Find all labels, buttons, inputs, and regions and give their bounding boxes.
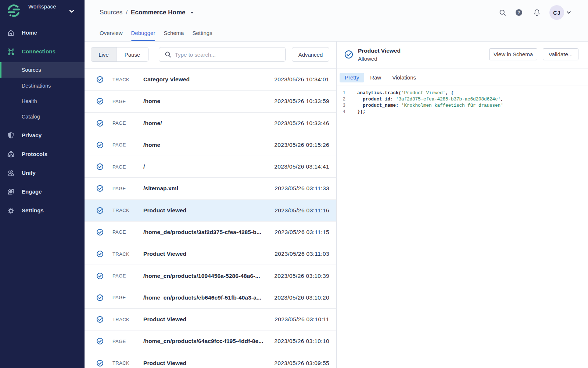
event-row[interactable]: TRACKCategory Viewed2023/05/26 10:34:01: [85, 69, 336, 91]
workspace-chevron-down-icon[interactable]: [69, 9, 74, 14]
event-timestamp: 2023/05/26 03:09:55: [274, 360, 329, 367]
event-row[interactable]: TRACKProduct Viewed2023/05/26 03:09:55: [85, 352, 336, 368]
code-line-text: product_name: 'Krokholmen kaffeetisch fü…: [357, 103, 503, 109]
tab-settings[interactable]: Settings: [192, 30, 212, 41]
privacy-icon: [7, 132, 14, 139]
notifications-bell-icon[interactable]: [533, 9, 541, 17]
event-allowed-check-icon: [97, 207, 103, 214]
tab-violations[interactable]: Violations: [387, 73, 421, 82]
event-row[interactable]: PAGE/home_cn/products/eb646c9f-51fb-40a3…: [85, 287, 336, 309]
event-row[interactable]: TRACKProduct Viewed2023/05/26 03:11:03: [85, 243, 336, 265]
event-type: PAGE: [112, 164, 126, 170]
sidebar-item-health[interactable]: Health: [0, 93, 85, 109]
event-type: PAGE: [112, 120, 126, 126]
sidebar-item-protocols[interactable]: Protocols: [0, 145, 85, 163]
event-name: Product Viewed: [143, 207, 281, 214]
event-allowed-check-icon: [97, 120, 103, 127]
svg-text:?: ?: [517, 10, 520, 15]
event-row[interactable]: PAGE/2023/05/26 03:14:41: [85, 156, 336, 178]
sidebar-item-connections[interactable]: Connections: [0, 42, 85, 61]
header-actions: ? CJ: [499, 0, 588, 25]
event-status: Allowed: [358, 56, 377, 62]
tab-overview[interactable]: Overview: [100, 30, 123, 41]
event-row[interactable]: PAGE/sitemap.xml2023/05/26 03:11:33: [85, 178, 336, 199]
pause-button[interactable]: Pause: [116, 47, 148, 61]
view-in-schema-button[interactable]: View in Schema: [489, 48, 537, 60]
sidebar-subitem-label: Catalog: [22, 114, 40, 120]
event-allowed-check-icon: [97, 98, 103, 105]
sidebar-item-label: Engage: [22, 188, 42, 195]
sidebar-item-home[interactable]: Home: [0, 23, 85, 42]
event-allowed-check-icon: [97, 142, 103, 148]
tab-debugger[interactable]: Debugger: [131, 30, 155, 41]
event-allowed-check-icon: [97, 294, 103, 301]
protocols-icon: [7, 151, 14, 158]
code-line: 2 product_id: '3af2d375-cfea-4285-b37b-a…: [337, 96, 588, 103]
sidebar-subitem-label: Destinations: [22, 83, 51, 89]
event-allowed-check-icon: [97, 163, 103, 170]
code-line-text: analytics.track('Product Viewed', {: [357, 90, 454, 96]
event-timestamp: 2023/05/26 03:11:33: [275, 185, 329, 192]
sidebar-item-engage[interactable]: Engage: [0, 182, 85, 201]
code-line-text: product_id: '3af2d375-cfea-4285-b37b-ac6…: [357, 96, 503, 103]
code-line-number: 3: [337, 103, 345, 109]
event-row[interactable]: PAGE/home_de/products/3af2d375-cfea-4285…: [85, 222, 336, 243]
sidebar-item-destinations[interactable]: Destinations: [0, 78, 85, 93]
event-allowed-check-icon: [97, 273, 103, 279]
event-search: [159, 47, 286, 62]
event-detail-header: Product Viewed Allowed View in Schema Va…: [337, 42, 588, 68]
detail-tabs: Pretty Raw Violations: [337, 68, 588, 85]
event-detail-panel: Product Viewed Allowed View in Schema Va…: [337, 42, 588, 368]
help-icon[interactable]: ?: [515, 9, 523, 16]
event-type: PAGE: [112, 295, 126, 300]
sidebar-item-privacy[interactable]: Privacy: [0, 126, 85, 145]
sidebar-item-unify[interactable]: Unify: [0, 163, 85, 182]
allowed-check-icon: [344, 50, 353, 59]
code-line-number: 2: [337, 96, 345, 103]
live-pause-toggle: Live Pause: [91, 47, 148, 62]
event-timestamp: 2023/05/26 09:15:26: [274, 142, 329, 148]
event-name: /home: [143, 98, 281, 105]
sidebar-item-label: Connections: [22, 48, 55, 54]
workspace-label: Workspace: [28, 3, 56, 10]
sidebar-subitem-label: Health: [22, 98, 37, 104]
sidebar-item-settings[interactable]: Settings: [0, 201, 85, 220]
breadcrumb-sources-link[interactable]: Sources: [100, 9, 122, 16]
event-row[interactable]: PAGE/home_cn/products/1094456a-5286-48a6…: [85, 265, 336, 287]
segment-logo-icon: [7, 4, 21, 17]
advanced-button[interactable]: Advanced: [292, 47, 329, 62]
event-name: /home/: [143, 120, 281, 127]
event-name: /home: [143, 142, 281, 148]
event-row[interactable]: TRACKProduct Viewed2023/05/26 03:10:11: [85, 309, 336, 330]
tab-raw[interactable]: Raw: [365, 73, 386, 82]
workspace-switcher[interactable]: Workspace: [0, 0, 85, 23]
code-viewer: 1analytics.track('Product Viewed', {2 pr…: [337, 85, 588, 368]
search-icon[interactable]: [499, 9, 506, 16]
event-row[interactable]: PAGE/home2023/05/26 10:33:59: [85, 91, 336, 112]
avatar[interactable]: CJ: [549, 5, 564, 20]
live-button[interactable]: Live: [91, 47, 116, 61]
search-input-icon: [165, 51, 171, 58]
breadcrumb-caret-icon[interactable]: [190, 12, 194, 14]
breadcrumb-separator: /: [126, 9, 128, 16]
breadcrumb-current: Ecommerce Home: [131, 9, 185, 16]
event-row[interactable]: PAGE/home2023/05/26 09:15:26: [85, 134, 336, 156]
event-name: Product Viewed: [143, 360, 281, 367]
search-input[interactable]: [175, 52, 285, 58]
event-timestamp: 2023/05/26 10:34:01: [274, 76, 329, 83]
event-row[interactable]: TRACKProduct Viewed2023/05/26 03:11:16: [85, 200, 336, 222]
sidebar-item-catalog[interactable]: Catalog: [0, 109, 85, 124]
event-row[interactable]: PAGE/home/2023/05/26 10:33:46: [85, 113, 336, 134]
tab-pretty[interactable]: Pretty: [340, 73, 364, 82]
event-timestamp: 2023/05/26 03:10:20: [274, 294, 329, 301]
event-name: Product Viewed: [143, 316, 281, 323]
code-line: 4});: [337, 109, 588, 115]
event-type: TRACK: [112, 208, 129, 213]
event-row[interactable]: PAGE/home_cn/products/64ac9fcc-f195-4ddf…: [85, 330, 336, 352]
connections-icon: [7, 48, 14, 55]
code-line-number: 1: [337, 90, 345, 96]
validate-button[interactable]: Validate...: [543, 48, 578, 60]
tab-schema[interactable]: Schema: [164, 30, 184, 41]
avatar-chevron-down-icon[interactable]: [567, 11, 571, 14]
sidebar-item-sources[interactable]: Sources: [0, 62, 85, 78]
